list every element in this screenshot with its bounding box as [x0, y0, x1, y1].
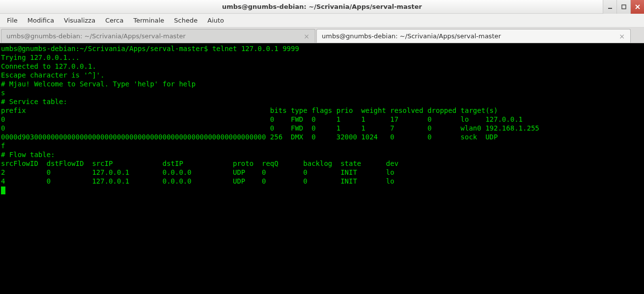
- terminal-line: srcFlowID dstFlowID srcIP dstIP proto re…: [1, 160, 398, 167]
- menu-file[interactable]: File: [2, 15, 23, 26]
- terminal-line: prefix bits type flags prio weight resol…: [1, 107, 498, 114]
- terminal-line: # Service table:: [1, 98, 67, 106]
- menu-edit[interactable]: Modifica: [23, 15, 59, 26]
- terminal-line: s: [1, 89, 5, 97]
- svg-rect-0: [608, 8, 612, 9]
- terminal-viewport[interactable]: umbs@gnumbs-debian:~/Scrivania/Apps/serv…: [0, 43, 644, 294]
- tab-close-icon[interactable]: ×: [618, 33, 625, 40]
- menu-terminal[interactable]: Terminale: [128, 15, 169, 26]
- terminal-line: 4 0 127.0.0.1 0.0.0.0 UDP 0 0 INIT lo: [1, 177, 394, 185]
- terminal-prompt: umbs@gnumbs-debian:~/Scrivania/Apps/serv…: [1, 45, 212, 53]
- terminal-line: Connected to 127.0.0.1.: [1, 62, 96, 70]
- terminal-line: # Mjau! Welcome to Serval. Type 'help' f…: [1, 80, 196, 88]
- terminal-line: 0 0 FWD 0 1 1 7 0 wlan0 192.168.1.255: [1, 124, 539, 132]
- menu-search[interactable]: Cerca: [100, 15, 128, 26]
- window-controls: [603, 0, 644, 13]
- menubar: File Modifica Visualizza Cerca Terminale…: [0, 14, 644, 27]
- svg-rect-1: [622, 5, 626, 9]
- terminal-line: Escape character is '^]'.: [1, 71, 105, 79]
- terminal-line: 0000d90300000000000000000000000000000000…: [1, 133, 498, 141]
- minimize-button[interactable]: [603, 0, 616, 14]
- terminal-cursor: [1, 187, 5, 194]
- menu-view[interactable]: Visualizza: [59, 15, 100, 26]
- menu-help[interactable]: Aiuto: [202, 15, 229, 26]
- tab-label: umbs@gnumbs-debian: ~/Scrivania/Apps/ser…: [6, 32, 303, 40]
- tab-close-icon[interactable]: ×: [303, 33, 310, 40]
- menu-tabs[interactable]: Schede: [169, 15, 202, 26]
- maximize-icon: [621, 4, 626, 9]
- window-title: umbs@gnumbs-debian: ~/Scrivania/Apps/ser…: [0, 3, 644, 10]
- terminal-line: # Flow table:: [1, 151, 55, 159]
- close-button[interactable]: [630, 0, 644, 14]
- terminal-line: Trying 127.0.0.1...: [1, 53, 80, 61]
- terminal-line: 0 0 FWD 0 1 1 17 0 lo 127.0.0.1: [1, 115, 523, 123]
- terminal-line: f: [1, 142, 5, 150]
- terminal-line: 2 0 127.0.0.1 0.0.0.0 UDP 0 0 INIT lo: [1, 168, 394, 176]
- maximize-button[interactable]: [616, 0, 630, 14]
- close-icon: [635, 4, 640, 9]
- minimize-icon: [608, 4, 613, 9]
- titlebar: umbs@gnumbs-debian: ~/Scrivania/Apps/ser…: [0, 0, 644, 14]
- tab-0[interactable]: umbs@gnumbs-debian: ~/Scrivania/Apps/ser…: [1, 29, 315, 43]
- terminal-command: telnet 127.0.0.1 9999: [212, 45, 299, 53]
- tab-1[interactable]: umbs@gnumbs-debian: ~/Scrivania/Apps/ser…: [316, 29, 631, 43]
- tabbar: umbs@gnumbs-debian: ~/Scrivania/Apps/ser…: [0, 27, 644, 43]
- tab-label: umbs@gnumbs-debian: ~/Scrivania/Apps/ser…: [322, 32, 618, 40]
